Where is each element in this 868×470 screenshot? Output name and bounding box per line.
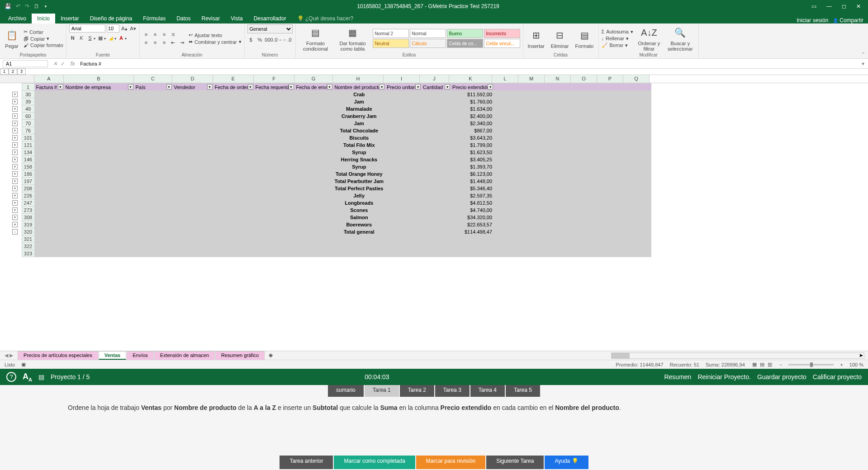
cell[interactable]: $6.123,00 <box>451 170 494 178</box>
cell[interactable] <box>494 91 520 98</box>
sheet-tab[interactable]: Envíos <box>127 351 154 360</box>
outline-toggle[interactable]: + <box>12 215 18 220</box>
cell[interactable] <box>213 105 254 113</box>
cell[interactable] <box>172 214 213 221</box>
cell[interactable] <box>385 163 422 170</box>
cell[interactable] <box>134 192 172 199</box>
task-tab[interactable]: Tarea 4 <box>470 385 505 397</box>
col-header-D[interactable]: D <box>172 75 213 83</box>
cell[interactable] <box>520 113 546 120</box>
filter-arrow-icon[interactable]: ▼ <box>327 84 332 89</box>
maximize-icon[interactable]: ◻ <box>842 3 846 9</box>
cell[interactable] <box>254 98 294 105</box>
add-sheet-button[interactable]: ⊕ <box>265 352 276 358</box>
cell[interactable] <box>172 178 213 185</box>
row-header[interactable]: 273 <box>22 207 34 214</box>
cell[interactable] <box>172 98 213 105</box>
cell[interactable] <box>64 170 134 178</box>
cell[interactable] <box>254 207 294 214</box>
cell[interactable] <box>494 214 520 221</box>
cell[interactable] <box>385 192 422 199</box>
cell[interactable] <box>172 185 213 192</box>
cell[interactable] <box>294 163 333 170</box>
col-header-O[interactable]: O <box>571 75 597 83</box>
cancel-formula-icon[interactable]: ✕ <box>53 61 58 67</box>
cell[interactable] <box>494 134 520 141</box>
cell[interactable] <box>520 221 546 228</box>
fx-icon[interactable]: fx <box>68 61 77 67</box>
cell[interactable] <box>34 185 64 192</box>
cell[interactable] <box>520 156 546 163</box>
cell[interactable] <box>254 235 294 243</box>
filter-arrow-icon[interactable]: ▼ <box>289 84 294 89</box>
cell[interactable] <box>573 105 599 113</box>
cell[interactable] <box>520 207 546 214</box>
clear-button[interactable]: 🧹 Borrar ▾ <box>602 42 633 48</box>
cell[interactable] <box>134 141 172 149</box>
cell[interactable]: $4.740,00 <box>451 207 494 214</box>
row-header[interactable]: 319 <box>22 221 34 228</box>
select-all-corner[interactable] <box>0 75 34 83</box>
row-header[interactable]: 321 <box>22 235 34 243</box>
cell[interactable] <box>573 170 599 178</box>
cell[interactable]: País▼ <box>134 84 172 91</box>
cell[interactable] <box>546 120 573 127</box>
percent-icon[interactable]: % <box>256 36 264 43</box>
collapse-ribbon-icon[interactable]: ⌃ <box>861 52 865 57</box>
style-incorrecto[interactable]: Incorrecto <box>484 29 520 38</box>
font-size-input[interactable] <box>107 24 119 33</box>
cell[interactable]: Syrup <box>333 163 385 170</box>
cell[interactable] <box>64 185 134 192</box>
cell[interactable] <box>573 221 599 228</box>
cell[interactable] <box>34 156 64 163</box>
row-header[interactable]: 308 <box>22 214 34 221</box>
cell[interactable] <box>573 163 599 170</box>
cell[interactable]: Scones <box>333 207 385 214</box>
cell[interactable] <box>254 228 294 235</box>
cell[interactable] <box>64 250 134 257</box>
cell[interactable] <box>172 207 213 214</box>
cell[interactable]: Total Orange Honey <box>333 170 385 178</box>
cell[interactable] <box>294 235 333 243</box>
filter-arrow-icon[interactable]: ▼ <box>488 84 493 89</box>
cell[interactable] <box>494 228 520 235</box>
cell[interactable] <box>254 221 294 228</box>
cell[interactable] <box>546 170 573 178</box>
cell[interactable] <box>294 141 333 149</box>
cell[interactable] <box>213 170 254 178</box>
horizontal-scrollbar[interactable]: ◀▶ <box>611 352 864 359</box>
cell[interactable] <box>385 185 422 192</box>
mark-review-button[interactable]: Marcar para revisión <box>416 456 485 469</box>
cell[interactable] <box>294 221 333 228</box>
format-painter-button[interactable]: 🖌 Copiar formato <box>24 42 63 48</box>
cell[interactable]: $1.623,50 <box>451 149 494 156</box>
cell[interactable] <box>172 105 213 113</box>
outline-toggle[interactable]: + <box>12 157 18 162</box>
cell[interactable] <box>385 91 422 98</box>
cell[interactable] <box>254 192 294 199</box>
outline-level-2[interactable]: 2 <box>9 69 17 75</box>
qat-dropdown-icon[interactable]: ▼ <box>44 5 47 9</box>
cell[interactable] <box>494 105 520 113</box>
cell[interactable] <box>294 156 333 163</box>
cell[interactable] <box>599 113 625 120</box>
view-normal-icon[interactable]: ▦ <box>752 362 757 367</box>
cell[interactable] <box>34 141 64 149</box>
cell[interactable] <box>494 113 520 120</box>
cell[interactable] <box>34 207 64 214</box>
cell[interactable] <box>385 120 422 127</box>
cut-button[interactable]: ✂ Cortar <box>24 29 63 35</box>
cell[interactable] <box>213 178 254 185</box>
cell[interactable] <box>34 134 64 141</box>
cell[interactable] <box>573 120 599 127</box>
cell[interactable] <box>34 113 64 120</box>
cell[interactable] <box>599 221 625 228</box>
cell[interactable] <box>422 91 451 98</box>
cell[interactable]: Total Filo Mix <box>333 141 385 149</box>
cell[interactable] <box>64 141 134 149</box>
cell[interactable] <box>294 214 333 221</box>
cell[interactable]: Total Perfect Pasties <box>333 185 385 192</box>
outline-toggle[interactable]: + <box>12 164 18 169</box>
cell[interactable] <box>422 98 451 105</box>
align-top-icon[interactable]: ≡ <box>142 31 150 38</box>
